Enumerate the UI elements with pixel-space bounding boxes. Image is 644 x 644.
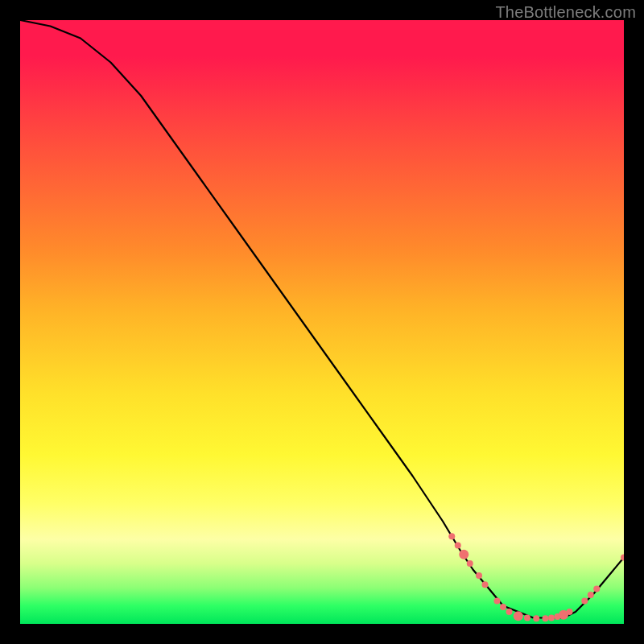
chart-markers — [448, 533, 624, 621]
chart-marker — [581, 598, 588, 605]
chart-marker — [482, 581, 489, 588]
chart-marker — [543, 615, 549, 621]
chart-marker — [500, 604, 506, 610]
watermark-text: TheBottleneck.com — [495, 3, 636, 22]
chart-svg — [20, 20, 624, 624]
chart-marker — [524, 615, 530, 621]
chart-marker — [593, 586, 600, 592]
chart-marker — [455, 543, 461, 549]
chart-marker — [448, 533, 455, 539]
chart-marker — [548, 615, 555, 621]
chart-marker — [533, 615, 539, 621]
bottleneck-curve-path — [20, 20, 624, 618]
chart-marker — [514, 611, 523, 621]
chart-marker — [567, 609, 573, 615]
chart-marker — [476, 572, 482, 579]
chart-curve — [20, 20, 624, 618]
chart-plot-area — [20, 20, 624, 624]
chart-marker — [506, 609, 513, 615]
chart-marker — [459, 550, 469, 559]
chart-marker — [467, 560, 473, 567]
chart-stage: TheBottleneck.com — [0, 0, 644, 644]
chart-marker — [494, 598, 501, 605]
chart-marker — [588, 592, 594, 598]
